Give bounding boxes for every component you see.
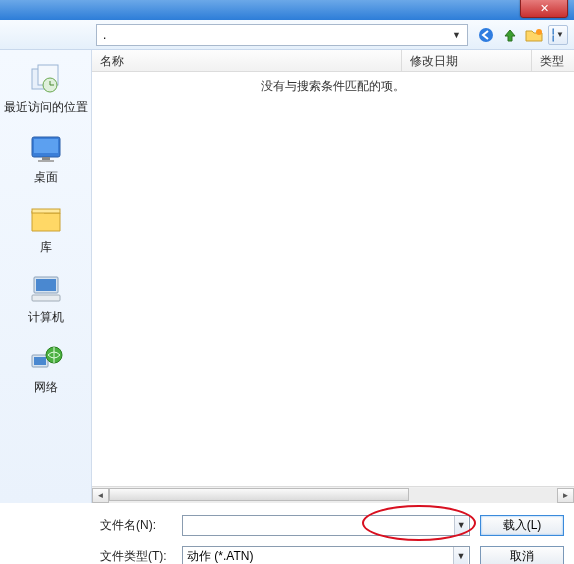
horizontal-scrollbar[interactable]: ◄ ► — [92, 486, 574, 503]
network-icon — [27, 342, 65, 376]
libraries-icon — [27, 202, 65, 236]
sidebar-item-computer[interactable]: 计算机 — [0, 266, 91, 336]
scroll-right-button[interactable]: ► — [557, 488, 574, 503]
up-icon — [502, 27, 518, 43]
dialog-footer: 文件名(N): ▼ 载入(L) 文件类型(T): 动作 (*.ATN) ▼ 取消 — [0, 503, 574, 564]
svg-rect-11 — [42, 157, 50, 160]
up-button[interactable] — [500, 25, 520, 45]
back-icon — [478, 27, 494, 43]
filename-input[interactable] — [187, 519, 454, 533]
column-header-name[interactable]: 名称 — [92, 50, 402, 71]
sidebar-item-label: 网络 — [34, 379, 58, 396]
close-button[interactable]: ✕ — [520, 0, 568, 18]
scroll-thumb[interactable] — [109, 488, 409, 501]
desktop-icon — [27, 132, 65, 166]
cancel-button[interactable]: 取消 — [480, 546, 564, 564]
nav-icons: ▼ — [476, 25, 568, 45]
svg-rect-10 — [34, 139, 58, 153]
filetype-combobox[interactable]: 动作 (*.ATN) ▼ — [182, 546, 470, 564]
chevron-down-icon[interactable]: ▼ — [454, 516, 468, 535]
column-header-type[interactable]: 类型 — [532, 50, 574, 71]
filetype-value: 动作 (*.ATN) — [187, 548, 453, 564]
svg-point-0 — [479, 28, 493, 42]
load-button[interactable]: 载入(L) — [480, 515, 564, 536]
new-folder-icon — [525, 27, 543, 43]
file-list[interactable]: 没有与搜索条件匹配的项。 — [92, 72, 574, 486]
svg-rect-12 — [38, 160, 54, 162]
filename-label: 文件名(N): — [100, 517, 182, 534]
svg-rect-16 — [32, 295, 60, 301]
svg-rect-13 — [32, 209, 60, 213]
path-text: . — [103, 28, 106, 42]
column-headers: 名称 修改日期 类型 — [92, 50, 574, 72]
new-folder-button[interactable] — [524, 25, 544, 45]
back-button[interactable] — [476, 25, 496, 45]
chevron-down-icon: ▼ — [556, 30, 564, 39]
filename-combobox[interactable]: ▼ — [182, 515, 470, 536]
svg-rect-15 — [36, 279, 56, 291]
sidebar-item-libraries[interactable]: 库 — [0, 196, 91, 266]
sidebar-item-network[interactable]: 网络 — [0, 336, 91, 406]
column-header-date[interactable]: 修改日期 — [402, 50, 532, 71]
views-icon — [552, 28, 554, 42]
chevron-down-icon[interactable]: ▼ — [453, 547, 468, 564]
svg-point-1 — [536, 29, 542, 35]
sidebar-item-label: 计算机 — [28, 309, 64, 326]
close-icon: ✕ — [540, 2, 549, 14]
svg-rect-18 — [34, 357, 46, 365]
toolbar-spacer — [6, 20, 96, 50]
sidebar-item-recent[interactable]: 最近访问的位置 — [0, 56, 91, 126]
filetype-label: 文件类型(T): — [100, 548, 182, 564]
scroll-left-button[interactable]: ◄ — [92, 488, 109, 503]
file-list-panel: 名称 修改日期 类型 没有与搜索条件匹配的项。 ◄ ► — [92, 50, 574, 503]
sidebar-item-label: 库 — [40, 239, 52, 256]
places-sidebar: 最近访问的位置 桌面 库 计算机 网络 — [0, 50, 92, 503]
scroll-track[interactable] — [109, 488, 557, 503]
svg-rect-2 — [553, 29, 554, 34]
title-bar: ✕ — [0, 0, 574, 20]
sidebar-item-desktop[interactable]: 桌面 — [0, 126, 91, 196]
sidebar-item-label: 最近访问的位置 — [4, 99, 88, 116]
views-button[interactable]: ▼ — [548, 25, 568, 45]
computer-icon — [27, 272, 65, 306]
toolbar: . ▼ ▼ — [0, 20, 574, 50]
chevron-down-icon: ▼ — [452, 30, 461, 40]
svg-rect-4 — [553, 36, 554, 41]
path-combobox[interactable]: . ▼ — [96, 24, 468, 46]
empty-message: 没有与搜索条件匹配的项。 — [92, 72, 574, 95]
recent-places-icon — [27, 62, 65, 96]
sidebar-item-label: 桌面 — [34, 169, 58, 186]
